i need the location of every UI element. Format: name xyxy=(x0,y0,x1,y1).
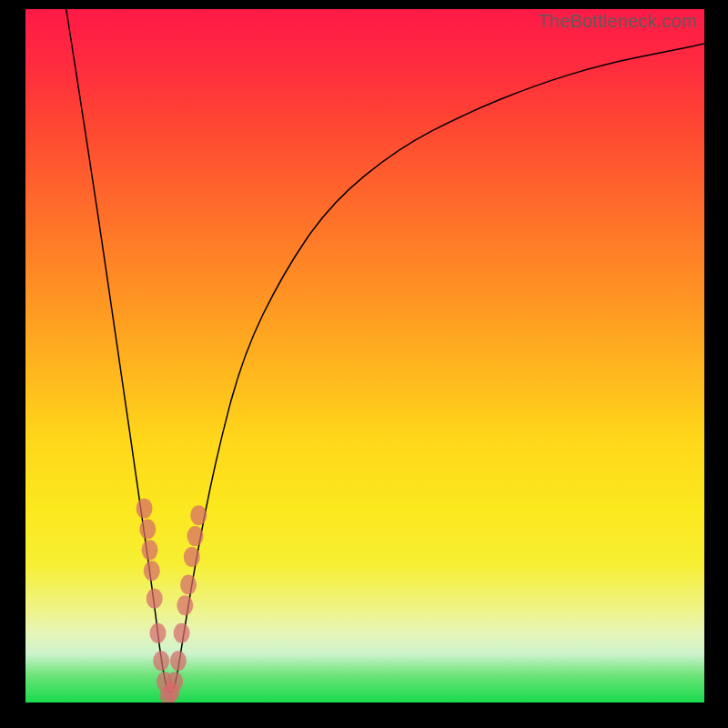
svg-point-12 xyxy=(174,623,190,643)
svg-point-14 xyxy=(180,574,197,594)
svg-point-5 xyxy=(149,623,166,643)
svg-point-17 xyxy=(190,505,207,525)
svg-point-1 xyxy=(139,520,156,540)
chart-frame: TheBottleneck.com xyxy=(0,0,728,728)
svg-point-13 xyxy=(177,595,193,615)
watermark-text: TheBottleneck.com xyxy=(538,11,697,32)
svg-point-4 xyxy=(147,589,163,609)
svg-point-6 xyxy=(153,651,169,671)
svg-point-3 xyxy=(144,561,160,581)
plot-area xyxy=(25,9,704,703)
svg-point-16 xyxy=(187,526,204,546)
svg-point-0 xyxy=(136,499,153,519)
svg-point-10 xyxy=(167,672,183,692)
svg-point-15 xyxy=(184,547,200,567)
svg-point-11 xyxy=(170,651,187,671)
svg-point-2 xyxy=(142,540,158,560)
sample-points xyxy=(25,9,704,703)
